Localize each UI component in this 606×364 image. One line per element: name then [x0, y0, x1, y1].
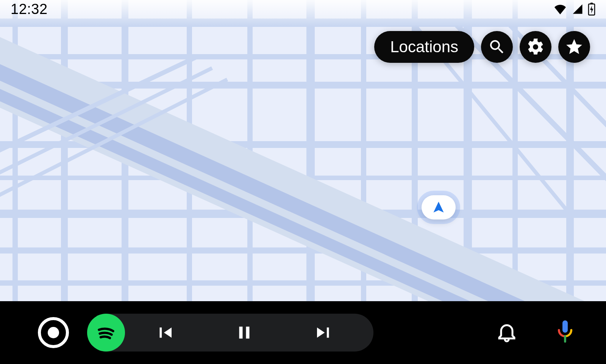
notifications-button[interactable]	[495, 320, 518, 345]
bottom-bar	[0, 301, 606, 364]
star-icon	[565, 37, 584, 56]
assistant-mic-button[interactable]	[554, 319, 576, 346]
skip-previous-icon	[155, 322, 175, 343]
svg-rect-32	[562, 320, 568, 333]
gear-icon	[526, 38, 545, 56]
spotify-icon	[94, 320, 118, 345]
skip-next-icon	[314, 322, 334, 343]
favorites-button[interactable]	[558, 31, 590, 63]
launcher-icon	[48, 327, 59, 338]
media-control-bar	[87, 314, 373, 352]
locations-label: Locations	[390, 38, 458, 56]
pause-icon	[234, 322, 255, 343]
navigation-arrow-icon	[432, 201, 445, 214]
play-pause-button[interactable]	[205, 322, 284, 343]
search-button[interactable]	[481, 31, 513, 63]
map-toolbar: Locations	[374, 31, 590, 63]
current-location-marker[interactable]	[422, 195, 456, 219]
google-assistant-mic-icon	[554, 339, 576, 346]
search-icon	[488, 38, 506, 56]
previous-track-button[interactable]	[125, 322, 205, 343]
bell-icon	[495, 338, 518, 344]
svg-rect-29	[0, 0, 606, 26]
media-app-button[interactable]	[87, 314, 125, 352]
next-track-button[interactable]	[284, 322, 373, 343]
locations-button[interactable]: Locations	[374, 31, 474, 63]
settings-button[interactable]	[520, 31, 551, 63]
launcher-button[interactable]	[38, 317, 69, 348]
